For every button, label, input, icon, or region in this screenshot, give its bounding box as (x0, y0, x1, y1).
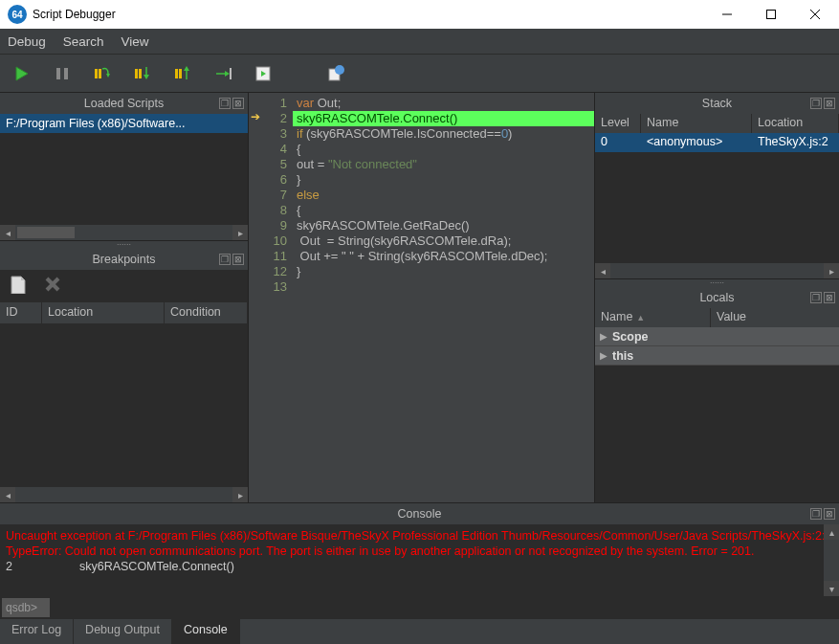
panel-close-icon[interactable]: ⊠ (824, 292, 835, 303)
console-tabs: Error Log Debug Output Console (0, 619, 839, 644)
menu-view[interactable]: View (121, 34, 149, 49)
svg-rect-14 (175, 69, 178, 78)
locals-row-this[interactable]: ▶this (595, 346, 839, 366)
code-body[interactable]: var Out;sky6RASCOMTele.Connect()if (sky6… (293, 93, 594, 502)
console-title: Console ❐⊠ (0, 503, 839, 524)
svg-rect-8 (99, 69, 101, 78)
menu-debug[interactable]: Debug (8, 34, 46, 49)
splitter[interactable]: ······ (595, 279, 839, 287)
tab-console[interactable]: Console (172, 619, 240, 644)
svg-marker-4 (16, 67, 28, 80)
expand-icon[interactable]: ▶ (595, 350, 612, 361)
panel-detach-icon[interactable]: ❐ (219, 98, 231, 109)
scrollbar-vertical[interactable]: ▴▾ (824, 524, 839, 596)
bp-header-condition[interactable]: Condition (165, 302, 248, 323)
svg-rect-11 (139, 69, 142, 78)
loaded-scripts-title: Loaded Scripts ❐⊠ (0, 93, 248, 114)
svg-rect-15 (179, 69, 182, 78)
menu-search[interactable]: Search (63, 34, 104, 49)
console-error-text: Uncaught exception at F:/Program Files (… (6, 528, 833, 559)
stack-header-name[interactable]: Name (641, 114, 752, 133)
console-panel: Console ❐⊠ Uncaught exception at F:/Prog… (0, 502, 839, 644)
locals-header-name[interactable]: Name▲ (595, 308, 710, 327)
svg-rect-1 (767, 11, 776, 19)
app-icon: 64 (8, 5, 27, 24)
console-output[interactable]: Uncaught exception at F:/Program Files (… (0, 524, 839, 596)
stack-headers: Level Name Location (595, 114, 839, 133)
svg-rect-6 (64, 68, 68, 79)
panel-detach-icon[interactable]: ❐ (810, 98, 822, 109)
panel-close-icon[interactable]: ⊠ (824, 508, 835, 520)
breakpoints-list (0, 323, 248, 487)
scrollbar-horizontal[interactable]: ◂▸ (595, 263, 839, 278)
run-to-cursor-icon[interactable] (212, 63, 233, 84)
title-bar: 64 Script Debugger (0, 0, 839, 29)
stack-title: Stack ❐⊠ (595, 93, 839, 114)
panel-detach-icon[interactable]: ❐ (810, 292, 822, 303)
current-line-arrow-icon: ➔ (251, 110, 260, 123)
svg-marker-19 (225, 71, 230, 77)
locals-headers: Name▲ Value (595, 308, 839, 327)
breakpoints-panel: Breakpoints ❐⊠ ID Location Condition ◂▸ (0, 249, 248, 502)
bp-header-id[interactable]: ID (0, 302, 42, 323)
code-editor[interactable]: ➔ 12345678910111213 var Out;sky6RASCOMTe… (249, 93, 594, 502)
restart-icon[interactable] (253, 63, 274, 84)
step-out-icon[interactable] (172, 63, 193, 84)
delete-breakpoint-icon[interactable] (44, 276, 61, 297)
bp-header-location[interactable]: Location (42, 302, 165, 323)
breakpoints-headers: ID Location Condition (0, 302, 248, 323)
minimize-button[interactable] (705, 0, 749, 29)
stack-header-level[interactable]: Level (595, 114, 641, 133)
step-into-icon[interactable] (132, 63, 153, 84)
svg-marker-17 (184, 66, 189, 71)
scrollbar-horizontal[interactable]: ◂▸ (0, 487, 248, 502)
svg-point-24 (335, 65, 344, 75)
pause-icon[interactable] (52, 63, 73, 84)
svg-marker-9 (106, 74, 110, 78)
console-prompt[interactable]: qsdb> (2, 598, 50, 617)
tab-debug-output[interactable]: Debug Output (74, 619, 172, 644)
loaded-scripts-panel: Loaded Scripts ❐⊠ F:/Program Files (x86)… (0, 93, 248, 241)
svg-rect-7 (95, 69, 98, 78)
locals-title: Locals ❐⊠ (595, 287, 839, 308)
stack-header-location[interactable]: Location (752, 114, 839, 133)
toolbar (0, 55, 839, 93)
stack-row[interactable]: 0 <anonymous> TheSkyX.js:2 (595, 133, 839, 152)
breakpoints-title: Breakpoints ❐⊠ (0, 249, 248, 270)
stack-panel: Stack ❐⊠ Level Name Location 0 <anonymou… (595, 93, 839, 279)
locals-panel: Locals ❐⊠ Name▲ Value ▶Scope ▶this (595, 287, 839, 502)
menu-bar: Debug Search View (0, 29, 839, 55)
scrollbar-horizontal[interactable]: ◂▸ (0, 225, 248, 240)
maximize-button[interactable] (749, 0, 793, 29)
module-icon[interactable] (325, 63, 346, 84)
loaded-script-item[interactable]: F:/Program Files (x86)/Software... (0, 114, 248, 133)
panel-detach-icon[interactable]: ❐ (219, 254, 231, 265)
locals-row-scope[interactable]: ▶Scope (595, 327, 839, 346)
new-breakpoint-icon[interactable] (10, 275, 27, 298)
panel-close-icon[interactable]: ⊠ (232, 98, 244, 109)
panel-detach-icon[interactable]: ❐ (810, 508, 822, 520)
expand-icon[interactable]: ▶ (595, 331, 612, 342)
play-icon[interactable] (11, 63, 33, 84)
line-number-gutter: 12345678910111213 (266, 93, 293, 502)
tab-error-log[interactable]: Error Log (0, 619, 74, 644)
splitter[interactable]: ······ (0, 241, 248, 249)
window-title: Script Debugger (33, 8, 116, 21)
svg-marker-13 (144, 75, 149, 79)
svg-rect-10 (135, 69, 138, 78)
locals-header-value[interactable]: Value (710, 308, 839, 327)
svg-rect-5 (56, 68, 60, 79)
console-line: 2sky6RASCOMTele.Connect() (6, 559, 833, 574)
panel-close-icon[interactable]: ⊠ (824, 98, 835, 109)
step-over-icon[interactable] (92, 63, 113, 84)
panel-close-icon[interactable]: ⊠ (232, 254, 244, 265)
close-button[interactable] (793, 0, 837, 29)
